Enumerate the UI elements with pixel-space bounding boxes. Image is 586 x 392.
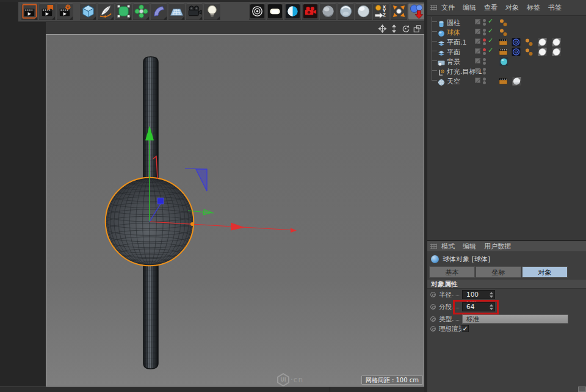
enabled-check-icon[interactable]: ✓ xyxy=(488,27,493,35)
editor-visibility-dot[interactable] xyxy=(483,78,486,81)
floor-object-icon[interactable] xyxy=(168,3,185,20)
axis-locate-icon[interactable]: XYZ xyxy=(373,3,389,20)
layer-square-icon[interactable] xyxy=(475,19,480,24)
viewport-scene[interactable] xyxy=(46,35,424,386)
axis-x-handle-dot[interactable] xyxy=(190,222,194,226)
param-radio-icon[interactable] xyxy=(430,316,436,322)
attribute-manager-menu-1[interactable]: 编辑 xyxy=(463,242,476,251)
object-row[interactable]: 天空 xyxy=(427,76,586,85)
object-manager-menu-0[interactable]: 文件 xyxy=(441,3,455,12)
object-manager-menu-3[interactable]: 对象 xyxy=(505,3,519,12)
layer-square-icon[interactable] xyxy=(475,38,480,44)
omni-light-icon[interactable] xyxy=(249,3,266,20)
editor-visibility-dot[interactable] xyxy=(483,48,486,51)
target-tag-icon[interactable] xyxy=(512,37,521,46)
render-visibility-dot[interactable] xyxy=(483,52,486,55)
material-transparent-icon[interactable] xyxy=(355,3,372,20)
object-name[interactable]: 平面 xyxy=(447,48,460,57)
enabled-check-icon[interactable]: ✓ xyxy=(488,17,493,25)
phong-tag-icon[interactable] xyxy=(499,18,508,26)
object-manager-menu-2[interactable]: 查看 xyxy=(484,3,497,12)
texture-sky-tag-icon[interactable] xyxy=(512,76,522,85)
object-name[interactable]: 圆柱 xyxy=(447,18,460,27)
target-tag-icon[interactable] xyxy=(512,47,521,56)
phong-tag-icon[interactable] xyxy=(524,47,534,56)
rotate-view-icon[interactable] xyxy=(401,24,410,32)
layer-square-icon[interactable] xyxy=(475,78,480,83)
phong-tag-icon[interactable] xyxy=(499,27,508,36)
viewport[interactable]: UI ·cn 网格间距 : 100 cm xyxy=(46,34,424,387)
editor-visibility-dot[interactable] xyxy=(483,38,486,42)
pan-view-icon[interactable] xyxy=(378,24,387,32)
attribute-manager-menu-2[interactable]: 用户数据 xyxy=(484,242,511,251)
draw-spline-icon[interactable] xyxy=(98,3,114,20)
layer-square-icon[interactable] xyxy=(475,68,480,73)
camera-object-icon[interactable] xyxy=(186,3,203,20)
tab-基本[interactable]: 基本 xyxy=(429,266,475,278)
param-radio-icon[interactable] xyxy=(430,304,436,310)
object-row[interactable]: 球体✓ xyxy=(427,27,586,37)
editor-visibility-dot[interactable] xyxy=(483,58,486,61)
editor-visibility-dot[interactable] xyxy=(483,29,486,32)
texture-white-tag-icon[interactable] xyxy=(551,47,562,56)
texture-white-tag-icon[interactable] xyxy=(537,37,548,46)
axis-z-handle[interactable] xyxy=(157,198,164,204)
material-glass-icon[interactable] xyxy=(338,3,354,20)
layer-square-icon[interactable] xyxy=(475,58,480,64)
maximize-view-icon[interactable] xyxy=(413,24,422,32)
add-cube-icon[interactable] xyxy=(80,3,96,20)
compositing-tag-icon[interactable] xyxy=(499,37,508,46)
render-visibility-dot[interactable] xyxy=(483,71,486,74)
tab-坐标[interactable]: 坐标 xyxy=(476,266,521,278)
texture-teal-tag-icon[interactable] xyxy=(499,57,509,65)
object-manager-menu-4[interactable]: 标签 xyxy=(527,3,540,12)
理想渲染-checkbox[interactable]: ✓ xyxy=(461,325,469,332)
texture-white-tag-icon[interactable] xyxy=(551,37,562,46)
object-row[interactable]: 灯光.目标.1 xyxy=(427,66,586,76)
object-name[interactable]: 背景 xyxy=(447,57,460,67)
dolly-view-icon[interactable] xyxy=(389,24,399,32)
panel-grip-icon[interactable] xyxy=(430,244,437,249)
edit-render-settings-icon[interactable] xyxy=(57,3,73,20)
subdivision-surface-icon[interactable] xyxy=(115,3,132,20)
object-row[interactable]: 背景 xyxy=(427,56,586,66)
tab-对象[interactable]: 对象 xyxy=(522,266,568,278)
param-radio-icon[interactable] xyxy=(430,292,436,297)
object-row[interactable]: 平面.1✓ xyxy=(427,37,586,46)
editor-visibility-dot[interactable] xyxy=(483,68,486,71)
texture-white-tag-icon[interactable] xyxy=(537,47,548,56)
compositing-tag-icon[interactable] xyxy=(499,76,508,85)
render-visibility-dot[interactable] xyxy=(483,32,486,35)
object-name[interactable]: 平面.1 xyxy=(447,38,467,47)
axis-x-arrowhead[interactable] xyxy=(231,223,245,231)
param-radio-icon[interactable] xyxy=(430,326,436,332)
spline-arc-icon[interactable] xyxy=(151,3,167,20)
plane-handle-blue[interactable] xyxy=(185,169,207,191)
render-visibility-dot[interactable] xyxy=(483,62,486,65)
panel-grip-icon[interactable] xyxy=(430,5,437,10)
layer-square-icon[interactable] xyxy=(475,29,480,34)
object-row[interactable]: 平面✓ xyxy=(427,46,586,56)
render-visibility-dot[interactable] xyxy=(483,23,486,26)
object-manager-menu-1[interactable]: 编辑 xyxy=(463,3,476,12)
render-to-picture-viewer-icon[interactable] xyxy=(39,3,56,20)
object-name[interactable]: 球体 xyxy=(447,28,460,37)
spheres-arrow-icon[interactable] xyxy=(408,3,425,20)
compositing-tag-icon[interactable] xyxy=(499,47,508,56)
类型-dropdown[interactable]: 标准 xyxy=(462,314,568,324)
enabled-check-icon[interactable]: ✓ xyxy=(488,46,493,54)
contrast-preview-icon[interactable] xyxy=(284,3,301,20)
light-object-icon[interactable] xyxy=(204,3,220,20)
render-visibility-dot[interactable] xyxy=(483,81,486,84)
area-light-icon[interactable] xyxy=(267,3,283,20)
render-visibility-dot[interactable] xyxy=(483,42,486,45)
object-manager-menu-5[interactable]: 书签 xyxy=(548,3,562,12)
red-camera-icon[interactable] xyxy=(302,3,319,20)
render-view-icon[interactable] xyxy=(21,3,38,20)
attribute-manager-menu-0[interactable]: 模式 xyxy=(441,242,455,251)
material-matte-icon[interactable] xyxy=(320,3,336,20)
半径-input[interactable]: 100 cm xyxy=(462,290,495,299)
enabled-check-icon[interactable]: ✓ xyxy=(488,37,493,45)
move-axis-icon[interactable] xyxy=(391,3,407,20)
layer-square-icon[interactable] xyxy=(475,48,480,54)
